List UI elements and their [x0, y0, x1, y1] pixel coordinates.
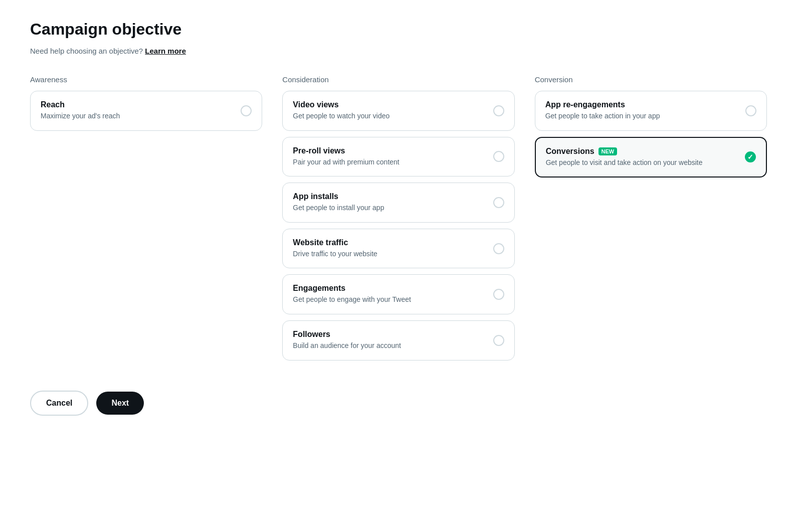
radio-reach[interactable]	[241, 105, 252, 116]
radio-pre-roll-views[interactable]	[493, 151, 504, 162]
card-title-video-views: Video views	[293, 100, 486, 109]
card-title-app-re-engagements: App re-engagements	[545, 100, 738, 109]
page-title: Campaign objective	[30, 20, 767, 39]
column-conversion: ConversionApp re-engagementsGet people t…	[535, 75, 767, 178]
card-title-reach: Reach	[41, 100, 234, 109]
card-desc-website-traffic: Drive traffic to your website	[293, 249, 486, 259]
card-text-app-installs: App installsGet people to install your a…	[293, 192, 486, 213]
card-desc-reach: Maximize your ad's reach	[41, 111, 234, 121]
card-desc-engagements: Get people to engage with your Tweet	[293, 295, 486, 305]
radio-video-views[interactable]	[493, 105, 504, 116]
card-title-website-traffic: Website traffic	[293, 238, 486, 247]
card-text-reach: ReachMaximize your ad's reach	[41, 100, 234, 121]
cards-list-conversion: App re-engagementsGet people to take act…	[535, 91, 767, 178]
column-consideration: ConsiderationVideo viewsGet people to wa…	[282, 75, 514, 361]
radio-followers[interactable]	[493, 335, 504, 346]
card-desc-app-re-engagements: Get people to take action in your app	[545, 111, 738, 121]
card-text-website-traffic: Website trafficDrive traffic to your web…	[293, 238, 486, 259]
cards-list-consideration: Video viewsGet people to watch your vide…	[282, 91, 514, 361]
radio-conversions[interactable]: ✓	[745, 151, 756, 162]
radio-engagements[interactable]	[493, 289, 504, 300]
card-text-pre-roll-views: Pre-roll viewsPair your ad with premium …	[293, 146, 486, 167]
card-desc-pre-roll-views: Pair your ad with premium content	[293, 157, 486, 167]
card-video-views[interactable]: Video viewsGet people to watch your vide…	[282, 91, 514, 131]
card-app-installs[interactable]: App installsGet people to install your a…	[282, 183, 514, 223]
card-desc-app-installs: Get people to install your app	[293, 203, 486, 213]
card-followers[interactable]: FollowersBuild an audience for your acco…	[282, 320, 514, 361]
card-title-conversions: ConversionsNEW	[546, 147, 738, 156]
radio-app-re-engagements[interactable]	[745, 105, 756, 116]
card-text-app-re-engagements: App re-engagementsGet people to take act…	[545, 100, 738, 121]
card-title-followers: Followers	[293, 330, 486, 339]
card-pre-roll-views[interactable]: Pre-roll viewsPair your ad with premium …	[282, 137, 514, 177]
column-label-consideration: Consideration	[282, 75, 514, 84]
card-engagements[interactable]: EngagementsGet people to engage with you…	[282, 274, 514, 314]
card-app-re-engagements[interactable]: App re-engagementsGet people to take act…	[535, 91, 767, 131]
page-subtitle: Need help choosing an objective? Learn m…	[30, 47, 767, 55]
footer: Cancel Next	[30, 391, 767, 416]
cancel-button[interactable]: Cancel	[30, 391, 88, 416]
column-awareness: AwarenessReachMaximize your ad's reach	[30, 75, 262, 131]
card-conversions[interactable]: ConversionsNEWGet people to visit and ta…	[535, 137, 767, 178]
column-label-awareness: Awareness	[30, 75, 262, 84]
card-title-pre-roll-views: Pre-roll views	[293, 146, 486, 155]
columns-container: AwarenessReachMaximize your ad's reachCo…	[30, 75, 767, 361]
card-text-video-views: Video viewsGet people to watch your vide…	[293, 100, 486, 121]
learn-more-link[interactable]: Learn more	[145, 47, 186, 55]
column-label-conversion: Conversion	[535, 75, 767, 84]
radio-app-installs[interactable]	[493, 197, 504, 208]
radio-website-traffic[interactable]	[493, 243, 504, 254]
card-text-engagements: EngagementsGet people to engage with you…	[293, 284, 486, 305]
card-desc-followers: Build an audience for your account	[293, 341, 486, 351]
card-title-engagements: Engagements	[293, 284, 486, 293]
badge-new-conversions: NEW	[599, 147, 618, 155]
card-title-app-installs: App installs	[293, 192, 486, 201]
card-desc-conversions: Get people to visit and take action on y…	[546, 158, 738, 168]
card-reach[interactable]: ReachMaximize your ad's reach	[30, 91, 262, 131]
next-button[interactable]: Next	[96, 392, 144, 415]
cards-list-awareness: ReachMaximize your ad's reach	[30, 91, 262, 131]
card-text-followers: FollowersBuild an audience for your acco…	[293, 330, 486, 351]
card-website-traffic[interactable]: Website trafficDrive traffic to your web…	[282, 229, 514, 269]
card-text-conversions: ConversionsNEWGet people to visit and ta…	[546, 147, 738, 168]
card-desc-video-views: Get people to watch your video	[293, 111, 486, 121]
